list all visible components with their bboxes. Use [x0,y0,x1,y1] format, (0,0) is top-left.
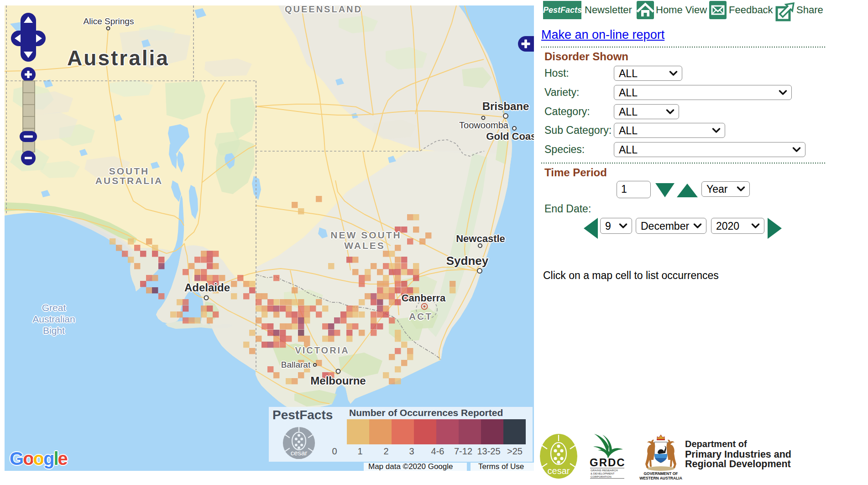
svg-text:WESTERN AUSTRALIA: WESTERN AUSTRALIA [639,476,682,480]
svg-text:cesar: cesar [291,449,307,457]
svg-text:CORPORATION: CORPORATION [591,475,612,478]
svg-text:GRAINS RESEARCH: GRAINS RESEARCH [591,469,618,472]
svg-text:GRDC: GRDC [590,456,626,469]
svg-text:& DEVELOPMENT: & DEVELOPMENT [591,472,615,475]
svg-text:GOVERNMENT OF: GOVERNMENT OF [643,471,678,476]
svg-text:cesar: cesar [548,466,570,476]
